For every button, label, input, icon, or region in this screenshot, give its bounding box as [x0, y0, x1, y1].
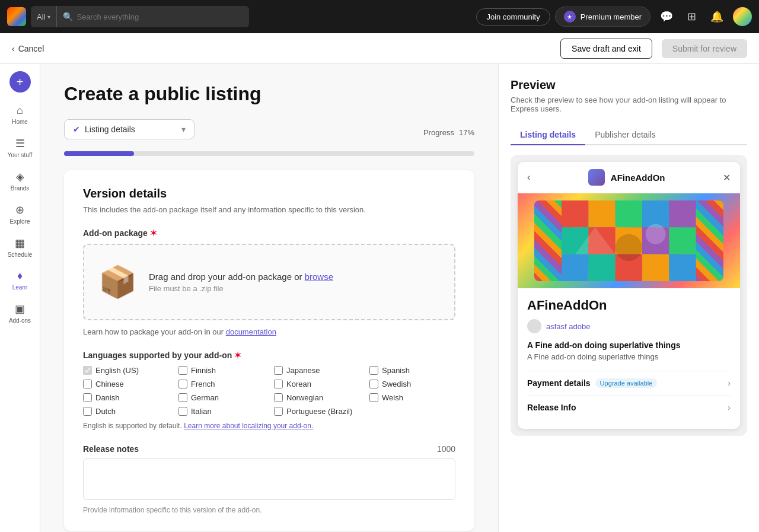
preview-back-icon[interactable]: ‹: [527, 172, 530, 183]
lang-checkbox-finnish[interactable]: [178, 366, 187, 375]
lang-checkbox-spanish[interactable]: [369, 366, 378, 375]
lang-checkbox-korean[interactable]: [274, 380, 283, 388]
lang-item-welsh: Welsh: [369, 393, 455, 402]
svg-rect-11: [589, 254, 616, 281]
preview-card-inner: ‹ AFineAddOn ✕: [518, 162, 740, 429]
payment-chevron-icon: ›: [728, 378, 731, 388]
lang-item-korean: Korean: [274, 380, 360, 388]
drop-zone-text: Drag and drop your add-on package or bro…: [149, 272, 333, 293]
submit-review-button[interactable]: Submit for review: [662, 39, 747, 58]
progress-bar-background: [64, 151, 474, 156]
lang-checkbox-welsh[interactable]: [369, 393, 378, 402]
search-input[interactable]: [76, 12, 243, 21]
notification-icon[interactable]: 🔔: [706, 8, 728, 26]
lang-checkbox-dutch[interactable]: [83, 407, 92, 416]
lang-item-portuguese-brazil: Portuguese (Brazil): [274, 407, 360, 416]
section-label: Listing details: [85, 125, 135, 134]
search-input-wrap: 🔍: [57, 12, 248, 21]
jump-to-dropdown[interactable]: ✔ Listing details ▾: [64, 119, 194, 139]
search-category-dropdown[interactable]: All ▾: [31, 6, 57, 27]
browse-link[interactable]: browse: [305, 272, 333, 282]
payment-details-label: Payment details: [527, 378, 591, 388]
lang-checkbox-italian[interactable]: [178, 407, 187, 416]
dropdown-label: All: [37, 12, 45, 21]
preview-title: Preview: [511, 78, 747, 92]
learn-icon: ♦: [17, 270, 23, 282]
lang-checkbox-french[interactable]: [178, 380, 187, 388]
join-community-button[interactable]: Join community: [476, 8, 550, 26]
svg-point-15: [616, 234, 642, 261]
preview-card-header: ‹ AFineAddOn ✕: [518, 162, 740, 193]
premium-icon: ★: [564, 11, 576, 23]
documentation-link[interactable]: documentation: [226, 327, 276, 336]
lang-item-english-us: English (US): [83, 366, 169, 375]
tab-publisher-details[interactable]: Publisher details: [585, 125, 665, 145]
localization-link[interactable]: Learn more about localizing your add-on.: [184, 422, 313, 430]
lang-item-swedish: Swedish: [369, 380, 455, 388]
sidebar-item-schedule[interactable]: ▦ Schedule: [2, 232, 38, 263]
preview-subtitle: Check the preview to see how your add-on…: [511, 95, 747, 113]
preview-author-avatar: [527, 319, 541, 333]
sidebar-item-learn[interactable]: ♦ Learn: [2, 265, 38, 295]
payment-details-badge: Upgrade available: [595, 378, 658, 388]
chevron-down-icon: ▾: [47, 14, 50, 20]
release-notes-count: 1000: [437, 444, 455, 454]
back-arrow-icon: ‹: [12, 44, 15, 53]
premium-member-button[interactable]: ★ Premium member: [555, 7, 650, 27]
progress-header: ✔ Listing details ▾ Progress 17%: [64, 119, 474, 145]
progress-percentage: 17%: [459, 128, 474, 137]
drop-zone[interactable]: 📦 Drag and drop your add-on package or b…: [83, 244, 455, 320]
lang-checkbox-swedish[interactable]: [369, 380, 378, 388]
save-draft-button[interactable]: Save draft and exit: [560, 39, 652, 59]
release-info-row[interactable]: Release Info ›: [527, 395, 731, 419]
lang-item-japanese: Japanese: [274, 366, 360, 375]
release-info-chevron-icon: ›: [728, 403, 731, 412]
check-circle-icon: ✔: [73, 125, 80, 134]
release-notes-hint: Provide information specific to this ver…: [83, 506, 455, 514]
file-requirement: File must be a .zip file: [149, 284, 333, 293]
release-notes-label: Release notes: [83, 444, 139, 454]
lang-checkbox-norwegian[interactable]: [274, 393, 283, 402]
lang-item-italian: Italian: [178, 407, 264, 416]
add-ons-icon: ▣: [15, 302, 25, 316]
preview-banner-svg: [534, 200, 723, 281]
release-notes-textarea[interactable]: [83, 458, 455, 500]
grid-icon[interactable]: ⊞: [683, 8, 701, 26]
addon-package-field: Add-on package ✶ 📦 Drag and drop your ad…: [83, 228, 455, 336]
sidebar: + ⌂ Home ☰ Your stuff ◈ Brands ⊕ Explore…: [0, 64, 40, 532]
avatar[interactable]: [733, 7, 752, 26]
preview-author-name: asfasf adobe: [546, 322, 590, 331]
lang-checkbox-portuguese-brazil[interactable]: [274, 407, 283, 416]
sidebar-item-brands[interactable]: ◈ Brands: [2, 165, 38, 196]
languages-required-star: ✶: [234, 351, 241, 360]
required-star: ✶: [150, 228, 157, 238]
cancel-button[interactable]: ‹ Cancel: [12, 44, 44, 53]
lang-checkbox-chinese[interactable]: [83, 380, 92, 388]
lang-checkbox-german[interactable]: [178, 393, 187, 402]
progress-bar-fill: [64, 151, 134, 156]
lang-checkbox-japanese[interactable]: [274, 366, 283, 375]
sidebar-item-add-ons[interactable]: ▣ Add-ons: [2, 298, 38, 329]
search-bar[interactable]: All ▾ 🔍: [31, 6, 249, 27]
sidebar-item-explore[interactable]: ⊕ Explore: [2, 199, 38, 230]
sidebar-item-home[interactable]: ⌂ Home: [2, 100, 38, 130]
create-fab[interactable]: +: [9, 71, 31, 93]
preview-tabs: Listing details Publisher details: [511, 125, 747, 145]
sidebar-item-your-stuff[interactable]: ☰ Your stuff: [2, 132, 38, 163]
preview-close-icon[interactable]: ✕: [723, 172, 731, 183]
svg-rect-3: [642, 200, 669, 227]
svg-rect-0: [562, 200, 588, 227]
chat-icon[interactable]: 💬: [655, 8, 678, 26]
payment-details-row[interactable]: Payment details Upgrade available ›: [527, 371, 731, 395]
app-logo[interactable]: [7, 7, 26, 26]
home-icon: ⌂: [17, 104, 23, 117]
preview-header-left: AFineAddOn: [588, 169, 665, 186]
brands-icon: ◈: [16, 170, 24, 183]
preview-banner: [518, 193, 740, 288]
preview-info: AFineAddOn asfasf adobe A Fine add-on do…: [518, 288, 740, 429]
svg-rect-14: [669, 254, 696, 281]
lang-checkbox-danish[interactable]: [83, 393, 92, 402]
preview-description-title: A Fine add-on doing superlative things: [527, 340, 731, 350]
search-icon: 🔍: [63, 12, 73, 21]
tab-listing-details[interactable]: Listing details: [511, 125, 585, 145]
